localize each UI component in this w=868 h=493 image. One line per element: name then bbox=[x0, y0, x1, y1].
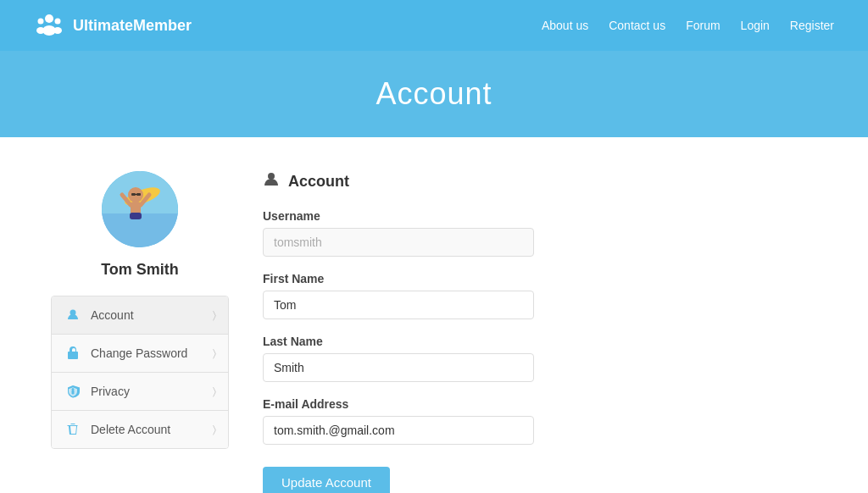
hero-banner: Account bbox=[0, 51, 868, 137]
privacy-icon bbox=[64, 382, 82, 401]
logo-text: UltimateMember bbox=[73, 17, 192, 35]
nav-contact[interactable]: Contact us bbox=[609, 19, 665, 32]
avatar-image bbox=[102, 171, 178, 247]
email-input[interactable] bbox=[263, 416, 534, 445]
last-name-input[interactable] bbox=[263, 353, 534, 382]
svg-point-3 bbox=[36, 27, 45, 34]
chevron-right-icon-2: 〉 bbox=[213, 347, 216, 359]
svg-point-0 bbox=[45, 14, 53, 23]
svg-point-19 bbox=[72, 388, 75, 391]
svg-rect-15 bbox=[136, 193, 141, 196]
chevron-right-icon-4: 〉 bbox=[213, 424, 216, 435]
trash-icon bbox=[64, 420, 82, 439]
chevron-right-icon: 〉 bbox=[213, 309, 216, 321]
user-display-name: Tom Smith bbox=[101, 261, 179, 279]
last-name-group: Last Name bbox=[263, 335, 817, 382]
account-form-section: Account Username First Name Last Name E-… bbox=[263, 171, 817, 493]
logo-icon bbox=[34, 10, 64, 41]
svg-rect-14 bbox=[131, 193, 136, 196]
last-name-label: Last Name bbox=[263, 335, 817, 348]
nav-forum[interactable]: Forum bbox=[686, 19, 720, 32]
page-title: Account bbox=[34, 76, 834, 112]
first-name-label: First Name bbox=[263, 272, 817, 285]
form-section-title: Account bbox=[288, 173, 349, 191]
sidebar-item-change-password[interactable]: Change Password 〉 bbox=[52, 335, 228, 373]
svg-rect-18 bbox=[72, 391, 75, 395]
password-icon bbox=[64, 344, 82, 363]
form-header-icon bbox=[263, 171, 280, 192]
username-label: Username bbox=[263, 209, 817, 223]
svg-rect-11 bbox=[130, 213, 142, 219]
sidebar-item-privacy-label: Privacy bbox=[91, 385, 213, 398]
username-group: Username bbox=[263, 209, 817, 257]
username-input[interactable] bbox=[263, 228, 534, 257]
first-name-input[interactable] bbox=[263, 291, 534, 319]
update-account-button[interactable]: Update Account bbox=[263, 467, 390, 493]
nav-register[interactable]: Register bbox=[790, 19, 834, 32]
first-name-group: First Name bbox=[263, 272, 817, 319]
email-group: E-mail Address bbox=[263, 397, 817, 445]
sidebar: Tom Smith Account 〉 Change Password 〉 bbox=[51, 171, 229, 493]
nav-about[interactable]: About us bbox=[542, 19, 588, 32]
svg-point-4 bbox=[55, 19, 61, 25]
sidebar-item-privacy[interactable]: Privacy 〉 bbox=[52, 373, 228, 411]
nav-login[interactable]: Login bbox=[741, 19, 770, 32]
sidebar-item-delete-label: Delete Account bbox=[91, 423, 213, 436]
sidebar-item-account[interactable]: Account 〉 bbox=[52, 296, 228, 335]
svg-point-5 bbox=[53, 27, 62, 34]
sidebar-menu: Account 〉 Change Password 〉 bbox=[51, 296, 229, 449]
sidebar-item-password-label: Change Password bbox=[91, 346, 213, 360]
avatar-container bbox=[102, 171, 178, 247]
account-icon bbox=[64, 306, 82, 324]
avatar bbox=[102, 171, 178, 247]
svg-point-20 bbox=[268, 173, 275, 180]
sidebar-item-account-label: Account bbox=[91, 308, 213, 322]
chevron-right-icon-3: 〉 bbox=[213, 385, 216, 397]
sidebar-item-delete-account[interactable]: Delete Account 〉 bbox=[52, 411, 228, 448]
header-nav: About us Contact us Forum Login Register bbox=[542, 19, 834, 32]
logo: UltimateMember bbox=[34, 10, 192, 41]
main-content: Tom Smith Account 〉 Change Password 〉 bbox=[0, 137, 868, 493]
email-label: E-mail Address bbox=[263, 397, 817, 411]
svg-point-2 bbox=[38, 19, 44, 25]
form-header: Account bbox=[263, 171, 817, 192]
header: UltimateMember About us Contact us Forum… bbox=[0, 0, 868, 51]
